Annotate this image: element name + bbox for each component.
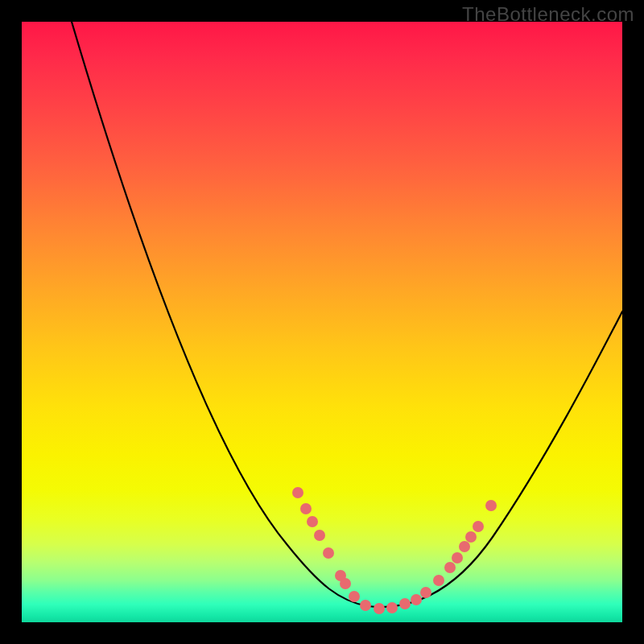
curve-marker [386,602,398,613]
curve-marker [465,531,477,543]
curve-marker [374,603,385,614]
curve-marker [420,587,431,598]
curve-marker [307,516,318,527]
curve-svg [22,22,622,622]
plot-area [22,22,622,622]
watermark-text: TheBottleneck.com [462,3,634,26]
marker-group [292,487,497,614]
bottleneck-curve [72,22,622,607]
curve-marker [444,562,456,573]
curve-marker [399,598,411,609]
curve-marker [349,591,360,602]
curve-marker [340,578,351,589]
curve-marker [433,575,444,586]
chart-frame: TheBottleneck.com [0,0,644,644]
curve-marker [300,503,312,514]
curve-marker [323,547,334,559]
curve-marker [452,552,463,564]
curve-marker [292,487,303,498]
curve-marker [473,521,484,532]
curve-marker [485,500,497,511]
curve-marker [459,541,470,552]
curve-marker [314,530,325,541]
curve-marker [360,600,371,611]
curve-marker [411,594,422,605]
